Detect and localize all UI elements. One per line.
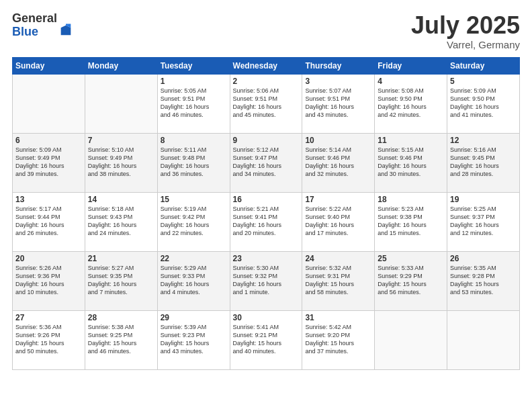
title-location: Varrel, Germany xyxy=(411,39,520,50)
day-info: Sunrise: 5:27 AMSunset: 9:35 PMDaylight:… xyxy=(88,264,154,297)
calendar-day: 4Sunrise: 5:08 AMSunset: 9:50 PMDaylight… xyxy=(375,74,447,133)
calendar-week-4: 27Sunrise: 5:36 AMSunset: 9:26 PMDayligh… xyxy=(13,310,520,369)
day-number: 28 xyxy=(88,313,154,322)
header-monday: Monday xyxy=(85,57,157,74)
calendar-day: 16Sunrise: 5:21 AMSunset: 9:41 PMDayligh… xyxy=(230,192,302,251)
logo-general: General xyxy=(12,12,57,26)
calendar-day: 24Sunrise: 5:32 AMSunset: 9:31 PMDayligh… xyxy=(302,251,375,310)
day-number: 26 xyxy=(450,254,517,263)
calendar-day: 13Sunrise: 5:17 AMSunset: 9:44 PMDayligh… xyxy=(13,192,85,251)
header-wednesday: Wednesday xyxy=(230,57,302,74)
calendar-day: 12Sunrise: 5:16 AMSunset: 9:45 PMDayligh… xyxy=(447,133,520,192)
day-info: Sunrise: 5:33 AMSunset: 9:29 PMDaylight:… xyxy=(378,264,444,297)
calendar-day: 9Sunrise: 5:12 AMSunset: 9:47 PMDaylight… xyxy=(230,133,302,192)
day-info: Sunrise: 5:10 AMSunset: 9:49 PMDaylight:… xyxy=(88,146,154,179)
day-number: 9 xyxy=(233,136,300,145)
title-month: July 2025 xyxy=(411,12,520,39)
calendar-day: 14Sunrise: 5:18 AMSunset: 9:43 PMDayligh… xyxy=(85,192,157,251)
calendar-day: 23Sunrise: 5:30 AMSunset: 9:32 PMDayligh… xyxy=(230,251,302,310)
day-number: 3 xyxy=(305,77,371,86)
calendar-week-0: 1Sunrise: 5:05 AMSunset: 9:51 PMDaylight… xyxy=(13,74,520,133)
calendar-day: 26Sunrise: 5:35 AMSunset: 9:28 PMDayligh… xyxy=(447,251,520,310)
day-info: Sunrise: 5:42 AMSunset: 9:20 PMDaylight:… xyxy=(305,323,371,356)
header-friday: Friday xyxy=(375,57,447,74)
day-info: Sunrise: 5:08 AMSunset: 9:50 PMDaylight:… xyxy=(378,87,444,120)
calendar-day: 21Sunrise: 5:27 AMSunset: 9:35 PMDayligh… xyxy=(85,251,157,310)
day-number: 21 xyxy=(88,254,154,263)
day-info: Sunrise: 5:38 AMSunset: 9:25 PMDaylight:… xyxy=(88,323,154,356)
day-info: Sunrise: 5:22 AMSunset: 9:40 PMDaylight:… xyxy=(305,205,371,238)
day-info: Sunrise: 5:09 AMSunset: 9:49 PMDaylight:… xyxy=(15,146,82,179)
day-number: 31 xyxy=(305,313,371,322)
day-info: Sunrise: 5:09 AMSunset: 9:50 PMDaylight:… xyxy=(450,87,517,120)
calendar-week-3: 20Sunrise: 5:26 AMSunset: 9:36 PMDayligh… xyxy=(13,251,520,310)
page: General Blue July 2025 Varrel, Germany S… xyxy=(0,0,532,411)
day-number: 18 xyxy=(378,195,444,204)
day-info: Sunrise: 5:36 AMSunset: 9:26 PMDaylight:… xyxy=(15,323,82,356)
day-number: 29 xyxy=(161,313,227,322)
day-info: Sunrise: 5:25 AMSunset: 9:37 PMDaylight:… xyxy=(450,205,517,238)
calendar-day: 31Sunrise: 5:42 AMSunset: 9:20 PMDayligh… xyxy=(302,310,375,369)
day-info: Sunrise: 5:41 AMSunset: 9:21 PMDaylight:… xyxy=(233,323,300,356)
calendar-day: 7Sunrise: 5:10 AMSunset: 9:49 PMDaylight… xyxy=(85,133,157,192)
calendar-day: 5Sunrise: 5:09 AMSunset: 9:50 PMDaylight… xyxy=(447,74,520,133)
calendar-day: 28Sunrise: 5:38 AMSunset: 9:25 PMDayligh… xyxy=(85,310,157,369)
day-info: Sunrise: 5:29 AMSunset: 9:33 PMDaylight:… xyxy=(161,264,227,297)
day-number: 12 xyxy=(450,136,517,145)
day-info: Sunrise: 5:23 AMSunset: 9:38 PMDaylight:… xyxy=(378,205,444,238)
day-number: 24 xyxy=(305,254,371,263)
day-number: 22 xyxy=(161,254,227,263)
logo-blue: Blue xyxy=(12,26,57,39)
header-tuesday: Tuesday xyxy=(157,57,230,74)
day-number: 15 xyxy=(161,195,227,204)
title-block: July 2025 Varrel, Germany xyxy=(411,12,520,50)
day-number: 7 xyxy=(88,136,154,145)
calendar-day: 1Sunrise: 5:05 AMSunset: 9:51 PMDaylight… xyxy=(157,74,230,133)
day-info: Sunrise: 5:14 AMSunset: 9:46 PMDaylight:… xyxy=(305,146,371,179)
calendar-day: 30Sunrise: 5:41 AMSunset: 9:21 PMDayligh… xyxy=(230,310,302,369)
day-number: 19 xyxy=(450,195,517,204)
day-number: 4 xyxy=(378,77,444,86)
calendar-day: 11Sunrise: 5:15 AMSunset: 9:46 PMDayligh… xyxy=(375,133,447,192)
calendar-day: 6Sunrise: 5:09 AMSunset: 9:49 PMDaylight… xyxy=(13,133,85,192)
day-info: Sunrise: 5:16 AMSunset: 9:45 PMDaylight:… xyxy=(450,146,517,179)
calendar-day: 3Sunrise: 5:07 AMSunset: 9:51 PMDaylight… xyxy=(302,74,375,133)
day-info: Sunrise: 5:07 AMSunset: 9:51 PMDaylight:… xyxy=(305,87,371,120)
day-number: 16 xyxy=(233,195,300,204)
day-info: Sunrise: 5:17 AMSunset: 9:44 PMDaylight:… xyxy=(15,205,82,238)
day-info: Sunrise: 5:06 AMSunset: 9:51 PMDaylight:… xyxy=(233,87,300,120)
day-info: Sunrise: 5:18 AMSunset: 9:43 PMDaylight:… xyxy=(88,205,154,238)
calendar-day: 27Sunrise: 5:36 AMSunset: 9:26 PMDayligh… xyxy=(13,310,85,369)
calendar-day: 25Sunrise: 5:33 AMSunset: 9:29 PMDayligh… xyxy=(375,251,447,310)
calendar-day xyxy=(447,310,520,369)
day-info: Sunrise: 5:32 AMSunset: 9:31 PMDaylight:… xyxy=(305,264,371,297)
day-info: Sunrise: 5:15 AMSunset: 9:46 PMDaylight:… xyxy=(378,146,444,179)
day-info: Sunrise: 5:39 AMSunset: 9:23 PMDaylight:… xyxy=(161,323,227,356)
day-number: 27 xyxy=(15,313,82,322)
calendar-day: 22Sunrise: 5:29 AMSunset: 9:33 PMDayligh… xyxy=(157,251,230,310)
day-number: 11 xyxy=(378,136,444,145)
header-sunday: Sunday xyxy=(13,57,85,74)
day-number: 25 xyxy=(378,254,444,263)
header-saturday: Saturday xyxy=(447,57,520,74)
calendar-day: 19Sunrise: 5:25 AMSunset: 9:37 PMDayligh… xyxy=(447,192,520,251)
day-number: 2 xyxy=(233,77,300,86)
day-number: 13 xyxy=(15,195,82,204)
day-info: Sunrise: 5:30 AMSunset: 9:32 PMDaylight:… xyxy=(233,264,300,297)
calendar-table: Sunday Monday Tuesday Wednesday Thursday… xyxy=(12,57,520,370)
day-info: Sunrise: 5:11 AMSunset: 9:48 PMDaylight:… xyxy=(161,146,227,179)
day-number: 8 xyxy=(161,136,227,145)
calendar-day xyxy=(85,74,157,133)
calendar-header-row: Sunday Monday Tuesday Wednesday Thursday… xyxy=(13,57,520,74)
calendar-day: 17Sunrise: 5:22 AMSunset: 9:40 PMDayligh… xyxy=(302,192,375,251)
day-number: 14 xyxy=(88,195,154,204)
day-number: 10 xyxy=(305,136,371,145)
calendar-day: 2Sunrise: 5:06 AMSunset: 9:51 PMDaylight… xyxy=(230,74,302,133)
calendar-day: 15Sunrise: 5:19 AMSunset: 9:42 PMDayligh… xyxy=(157,192,230,251)
calendar-day xyxy=(13,74,85,133)
day-number: 23 xyxy=(233,254,300,263)
header: General Blue July 2025 Varrel, Germany xyxy=(12,12,520,50)
day-info: Sunrise: 5:26 AMSunset: 9:36 PMDaylight:… xyxy=(15,264,82,297)
day-number: 5 xyxy=(450,77,517,86)
day-number: 1 xyxy=(161,77,227,86)
